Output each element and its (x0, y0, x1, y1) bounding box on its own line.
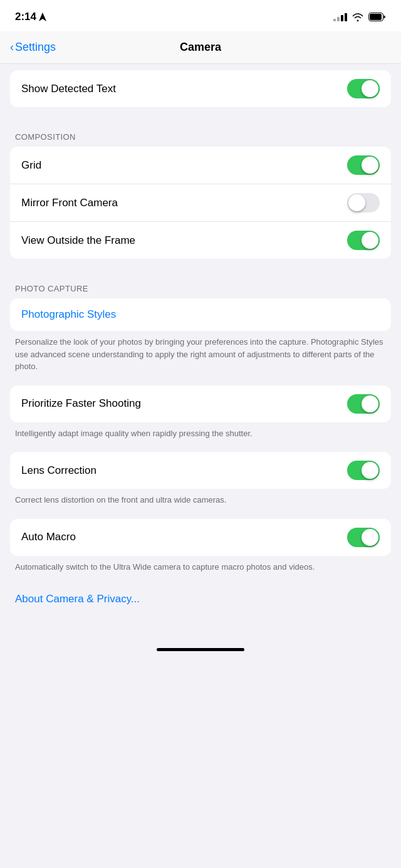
signal-icon (333, 13, 347, 21)
auto-macro-row: Auto Macro (10, 519, 391, 556)
composition-section: COMPOSITION Grid Mirror Front Camera (0, 120, 401, 259)
auto-macro-card: Auto Macro (10, 519, 391, 556)
toggle-thumb (348, 194, 365, 211)
home-bar (157, 648, 244, 651)
composition-header: COMPOSITION (0, 120, 401, 147)
toggle-thumb (362, 157, 378, 174)
toggle-thumb (362, 395, 378, 412)
auto-macro-description: Automatically switch to the Ultra Wide c… (0, 556, 401, 583)
mirror-front-camera-toggle[interactable] (347, 193, 380, 212)
back-button[interactable]: ‹ Settings (10, 41, 56, 54)
prioritize-faster-shooting-description: Intelligently adapt image quality when r… (0, 422, 401, 450)
prioritize-faster-shooting-card: Prioritize Faster Shooting (10, 385, 391, 422)
auto-macro-toggle[interactable] (347, 528, 380, 547)
lens-correction-label: Lens Correction (21, 464, 96, 477)
show-detected-text-label: Show Detected Text (21, 83, 116, 95)
wifi-icon (352, 13, 363, 21)
battery-icon (368, 13, 386, 21)
toggle-thumb (362, 80, 378, 97)
status-icons (333, 13, 386, 21)
photo-capture-section: PHOTO CAPTURE Photographic Styles Person… (0, 271, 401, 615)
prioritize-faster-shooting-row: Prioritize Faster Shooting (10, 385, 391, 422)
svg-rect-1 (370, 14, 382, 20)
auto-macro-label: Auto Macro (21, 531, 76, 543)
mirror-front-camera-label: Mirror Front Camera (21, 197, 118, 209)
toggle-thumb (362, 232, 378, 249)
lens-correction-description: Correct lens distortion on the front and… (0, 489, 401, 516)
lens-correction-card: Lens Correction (10, 452, 391, 489)
view-outside-frame-row: View Outside the Frame (10, 221, 391, 259)
time-display: 2:14 (15, 11, 36, 23)
status-time: 2:14 (15, 11, 46, 23)
location-icon (39, 13, 46, 21)
photographic-styles-row[interactable]: Photographic Styles (10, 298, 391, 331)
toggle-track (347, 231, 380, 250)
settings-content: Show Detected Text COMPOSITION Grid Mirr (0, 64, 401, 641)
show-detected-text-row: Show Detected Text (10, 70, 391, 107)
lens-correction-toggle[interactable] (347, 461, 380, 480)
nav-bar: ‹ Settings Camera (0, 31, 401, 64)
photographic-styles-description: Personalize the look of your photos by b… (0, 331, 401, 383)
mirror-front-camera-row: Mirror Front Camera (10, 184, 391, 221)
toggle-track (347, 528, 380, 547)
photographic-styles-card: Photographic Styles (10, 298, 391, 331)
grid-label: Grid (21, 159, 41, 172)
back-label: Settings (15, 41, 56, 54)
show-detected-text-card: Show Detected Text (10, 70, 391, 107)
show-detected-text-toggle[interactable] (347, 79, 380, 98)
toggle-track (347, 155, 380, 175)
view-outside-frame-label: View Outside the Frame (21, 234, 135, 247)
photo-capture-header: PHOTO CAPTURE (0, 271, 401, 298)
lens-correction-row: Lens Correction (10, 452, 391, 489)
grid-row: Grid (10, 147, 391, 184)
home-indicator (0, 641, 401, 656)
toggle-track (347, 193, 380, 212)
toggle-track (347, 394, 380, 414)
photographic-styles-label: Photographic Styles (21, 308, 116, 321)
prioritize-faster-shooting-label: Prioritize Faster Shooting (21, 397, 141, 410)
composition-card: Grid Mirror Front Camera View Outside th… (10, 147, 391, 259)
privacy-link[interactable]: About Camera & Privacy... (15, 593, 140, 605)
prioritize-faster-shooting-toggle[interactable] (347, 394, 380, 414)
back-chevron-icon: ‹ (10, 41, 14, 54)
privacy-link-container: About Camera & Privacy... (0, 583, 401, 615)
grid-toggle[interactable] (347, 155, 380, 175)
toggle-thumb (362, 462, 378, 479)
status-bar: 2:14 (0, 0, 401, 31)
toggle-track (347, 79, 380, 98)
toggle-thumb (362, 529, 378, 546)
view-outside-frame-toggle[interactable] (347, 231, 380, 250)
toggle-track (347, 461, 380, 480)
page-title: Camera (180, 41, 221, 54)
